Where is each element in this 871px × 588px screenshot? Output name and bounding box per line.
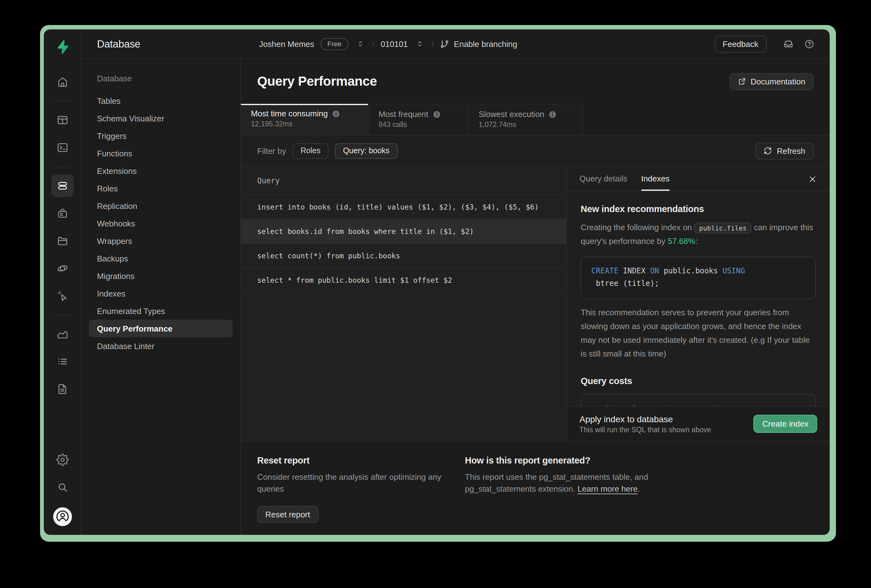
sidebar-item-replication[interactable]: Replication (89, 197, 233, 215)
info-icon[interactable] (332, 110, 340, 117)
sidebar-nav: Database Tables Schema Visualizer Trigge… (81, 59, 241, 535)
rail-divider (54, 101, 71, 101)
sidebar-section-label: Database (89, 74, 233, 83)
tab-most-time-consuming[interactable]: Most time consuming 12,195.32ms (241, 104, 368, 136)
main-area: Query Performance Documentation Most tim… (241, 59, 830, 535)
sidebar-item-wrappers[interactable]: Wrappers (89, 232, 233, 250)
sidebar-item-tables[interactable]: Tables (89, 92, 233, 109)
apply-index-title: Apply index to database (579, 414, 711, 424)
sidebar-item-database-linter[interactable]: Database Linter (89, 337, 233, 355)
tab-query-details[interactable]: Query details (579, 174, 627, 190)
sidebar-item-backups[interactable]: Backups (89, 250, 233, 267)
rail-divider (54, 315, 71, 315)
project-name[interactable]: 010101 (381, 39, 408, 48)
inbox-icon[interactable] (783, 38, 794, 49)
tab-indexes[interactable]: Indexes (641, 174, 669, 190)
refresh-label: Refresh (777, 146, 805, 156)
settings-icon[interactable] (51, 449, 73, 471)
tab-most-frequent[interactable]: Most frequent 843 calls (368, 104, 468, 136)
supabase-logo-icon[interactable] (51, 36, 73, 58)
topbar-icons (783, 38, 815, 49)
create-index-button[interactable]: Create index (754, 415, 817, 433)
logs-icon[interactable] (51, 350, 73, 373)
sidebar-item-enumerated-types[interactable]: Enumerated Types (89, 302, 233, 320)
refresh-icon (764, 147, 772, 155)
report-info-section: How is this report generated? This repor… (465, 455, 675, 535)
rail-divider (54, 166, 71, 167)
recommendation-explanation: This recommendation serves to prevent yo… (581, 306, 816, 361)
feedback-button[interactable]: Feedback (715, 35, 766, 52)
filter-by-label: Filter by (257, 146, 286, 156)
tab-slowest-execution[interactable]: Slowest execution 1,072.74ms (468, 104, 583, 136)
report-tabs: Most time consuming 12,195.32ms Most fre… (241, 104, 830, 136)
info-icon[interactable] (433, 111, 440, 118)
sidebar-item-roles[interactable]: Roles (89, 180, 233, 197)
rail-bottom-cluster (51, 446, 73, 526)
reset-report-title: Reset report (257, 455, 445, 465)
sql-keyword: CREATE (591, 266, 623, 275)
org-selector-chevrons-icon[interactable] (355, 38, 366, 49)
screenshot-root: Database Joshen Memes Free / 010101 / (0, 0, 871, 588)
table-ref-chip: public.files (694, 222, 752, 233)
reset-report-section: Reset report Consider resetting the anal… (257, 455, 445, 535)
rec-text-before: Creating the following index on (581, 223, 692, 232)
canvas: Database Joshen Memes Free / 010101 / (0, 0, 871, 588)
enable-branching-button[interactable]: Enable branching (440, 39, 517, 48)
advisors-icon[interactable] (51, 284, 73, 307)
table-row[interactable]: select * from public.books limit $1 offs… (241, 268, 566, 293)
realtime-icon[interactable] (51, 257, 73, 280)
sidebar-item-extensions[interactable]: Extensions (89, 162, 233, 180)
sql-editor-icon[interactable] (51, 136, 73, 159)
roles-filter-chip[interactable]: Roles (292, 143, 329, 159)
table-editor-icon[interactable] (51, 109, 73, 132)
authentication-icon[interactable] (51, 202, 73, 224)
tab-label: Slowest execution (479, 109, 544, 119)
sidebar-item-functions[interactable]: Functions (89, 145, 233, 162)
query-costs-title: Query costs (581, 376, 816, 386)
git-branch-icon (440, 39, 450, 48)
query-filter-chip[interactable]: Query: books (335, 143, 398, 159)
database-icon[interactable] (51, 175, 73, 197)
sidebar-item-migrations[interactable]: Migrations (89, 267, 233, 284)
tab-sublabel: 12,195.32ms (251, 120, 358, 128)
panel-body: New index recommendations Creating the f… (567, 192, 830, 406)
refresh-button[interactable]: Refresh (756, 142, 813, 159)
recommendation-text: Creating the following index on public.f… (581, 221, 816, 248)
sidebar-item-indexes[interactable]: Indexes (89, 284, 233, 302)
sidebar-item-webhooks[interactable]: Webhooks (89, 215, 233, 232)
sidebar-item-triggers[interactable]: Triggers (89, 127, 233, 145)
close-icon[interactable] (808, 175, 817, 184)
body: Database Tables Schema Visualizer Trigge… (81, 59, 830, 535)
documentation-button[interactable]: Documentation (729, 73, 813, 90)
help-icon[interactable] (804, 39, 815, 49)
panel-tabs: Query details Indexes (567, 166, 830, 192)
user-avatar[interactable] (53, 507, 72, 526)
apply-index-text: Apply index to database This will run th… (579, 414, 711, 434)
search-icon[interactable] (51, 476, 73, 498)
topbar-left: Database (81, 38, 241, 50)
tabs-filler (583, 104, 830, 136)
window-right: Database Joshen Memes Free / 010101 / (81, 29, 830, 535)
table-row[interactable]: insert into books (id, title) values ($1… (241, 195, 566, 220)
learn-more-link[interactable]: Learn more here (578, 484, 638, 494)
org-name[interactable]: Joshen Memes (259, 39, 314, 48)
recommendation-title: New index recommendations (581, 204, 816, 214)
topbar: Database Joshen Memes Free / 010101 / (81, 29, 830, 59)
reset-report-description: Consider resetting the analysis after op… (257, 472, 445, 495)
sidebar-item-query-performance[interactable]: Query Performance (89, 320, 233, 337)
page-header: Query Performance Documentation (241, 59, 830, 104)
sql-keyword: ON (650, 266, 664, 275)
table-row-selected[interactable]: select books.id from books where title i… (241, 220, 566, 244)
tab-label: Most frequent (379, 109, 428, 119)
sidebar-item-schema-visualizer[interactable]: Schema Visualizer (89, 109, 233, 127)
table-row[interactable]: select count(*) from public.books (241, 244, 566, 268)
reset-report-button[interactable]: Reset report (257, 506, 318, 523)
home-icon[interactable] (51, 71, 73, 93)
reports-icon[interactable] (51, 323, 73, 345)
tab-sublabel: 843 calls (379, 121, 458, 128)
plan-badge[interactable]: Free (320, 38, 348, 50)
storage-icon[interactable] (51, 230, 73, 252)
api-docs-icon[interactable] (51, 378, 73, 400)
project-selector-chevrons-icon[interactable] (414, 38, 425, 49)
info-icon[interactable] (549, 111, 556, 118)
